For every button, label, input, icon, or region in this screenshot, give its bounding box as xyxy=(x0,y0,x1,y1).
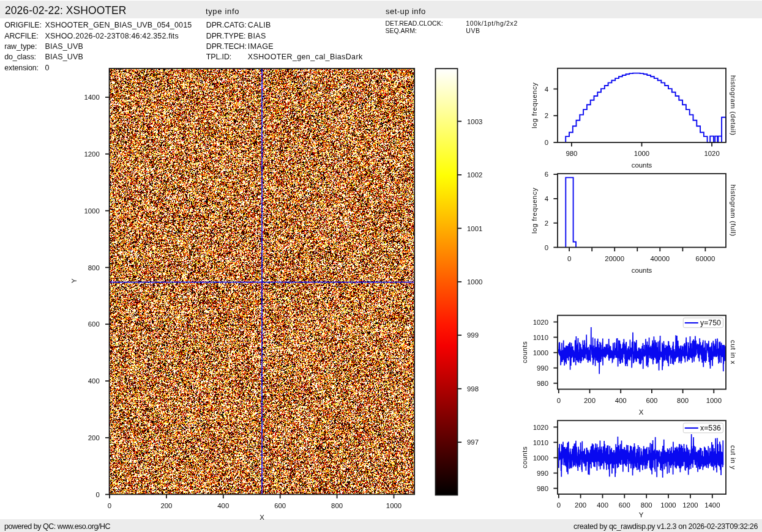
svg-text:0: 0 xyxy=(95,491,99,498)
svg-text:1000: 1000 xyxy=(533,454,548,462)
svg-text:980: 980 xyxy=(537,485,548,492)
svg-text:20000: 20000 xyxy=(605,255,624,262)
svg-text:1000: 1000 xyxy=(706,397,722,404)
svg-text:1020: 1020 xyxy=(704,150,719,157)
svg-text:histogram (detail): histogram (detail) xyxy=(730,75,737,136)
svg-text:0: 0 xyxy=(545,139,548,146)
svg-text:998: 998 xyxy=(467,385,479,393)
svg-text:0: 0 xyxy=(545,244,548,251)
svg-text:997: 997 xyxy=(467,438,479,446)
svg-text:1010: 1010 xyxy=(533,439,548,446)
svg-text:999: 999 xyxy=(467,331,479,339)
svg-text:1200: 1200 xyxy=(682,501,698,509)
svg-text:Y: Y xyxy=(71,278,78,283)
svg-text:4: 4 xyxy=(545,195,548,202)
svg-text:1010: 1010 xyxy=(533,334,548,341)
svg-text:1000: 1000 xyxy=(84,207,99,215)
svg-text:400: 400 xyxy=(615,397,627,404)
svg-text:4: 4 xyxy=(545,86,548,93)
svg-text:0: 0 xyxy=(567,255,571,262)
svg-text:cut in y: cut in y xyxy=(730,445,737,470)
svg-text:counts: counts xyxy=(521,341,528,363)
svg-text:1200: 1200 xyxy=(84,150,99,158)
svg-text:600: 600 xyxy=(88,320,100,328)
svg-text:Y: Y xyxy=(639,511,644,519)
svg-text:400: 400 xyxy=(88,377,100,385)
svg-text:1400: 1400 xyxy=(84,94,99,101)
svg-text:800: 800 xyxy=(677,397,689,404)
svg-text:log frequency: log frequency xyxy=(531,83,538,129)
svg-text:counts: counts xyxy=(632,161,652,169)
svg-text:200: 200 xyxy=(575,501,586,509)
svg-text:990: 990 xyxy=(537,470,548,477)
svg-text:0: 0 xyxy=(557,501,561,509)
svg-text:1000: 1000 xyxy=(660,501,676,509)
svg-text:histogram (full): histogram (full) xyxy=(730,185,737,237)
svg-text:1020: 1020 xyxy=(533,424,548,431)
svg-text:6: 6 xyxy=(545,171,548,178)
svg-text:y=750: y=750 xyxy=(700,319,721,327)
svg-text:200: 200 xyxy=(160,502,172,509)
svg-text:1020: 1020 xyxy=(533,319,548,326)
svg-text:x=536: x=536 xyxy=(700,424,721,432)
svg-text:800: 800 xyxy=(331,502,343,509)
svg-text:600: 600 xyxy=(646,397,657,404)
svg-text:60000: 60000 xyxy=(696,255,715,262)
svg-text:1000: 1000 xyxy=(386,502,402,509)
svg-text:40000: 40000 xyxy=(650,255,670,262)
svg-text:counts: counts xyxy=(632,267,652,274)
svg-text:1000: 1000 xyxy=(467,278,482,286)
svg-text:400: 400 xyxy=(217,502,229,509)
svg-text:600: 600 xyxy=(274,502,286,509)
svg-text:2: 2 xyxy=(545,112,548,119)
svg-text:0: 0 xyxy=(108,502,111,509)
svg-text:counts: counts xyxy=(521,446,528,468)
svg-text:2: 2 xyxy=(545,220,548,227)
svg-text:1003: 1003 xyxy=(467,118,482,125)
svg-text:cut in x: cut in x xyxy=(730,340,737,364)
svg-text:X: X xyxy=(260,514,264,521)
svg-text:200: 200 xyxy=(584,397,596,404)
svg-text:990: 990 xyxy=(537,364,548,372)
svg-text:800: 800 xyxy=(641,501,652,509)
svg-text:log frequency: log frequency xyxy=(531,188,538,234)
svg-text:800: 800 xyxy=(88,264,100,272)
svg-text:600: 600 xyxy=(619,501,630,509)
svg-text:0: 0 xyxy=(557,397,561,404)
svg-text:1001: 1001 xyxy=(467,225,482,232)
svg-text:1000: 1000 xyxy=(533,349,548,357)
svg-text:400: 400 xyxy=(597,501,608,509)
svg-text:980: 980 xyxy=(537,380,548,387)
svg-text:200: 200 xyxy=(88,434,100,441)
svg-text:X: X xyxy=(639,408,644,416)
svg-text:1400: 1400 xyxy=(704,501,720,509)
svg-text:980: 980 xyxy=(566,150,577,157)
svg-text:1002: 1002 xyxy=(467,171,482,179)
svg-text:1000: 1000 xyxy=(634,150,649,157)
